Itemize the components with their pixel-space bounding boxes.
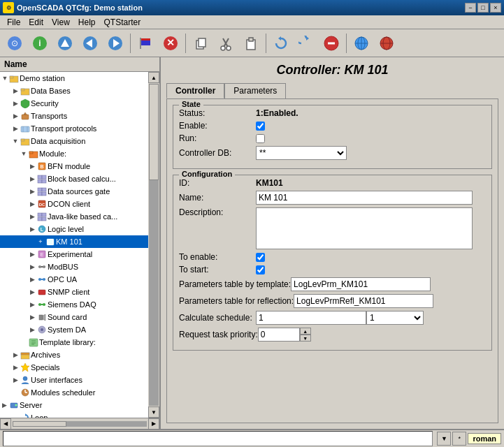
expand-demo-station[interactable]: ▼: [0, 74, 8, 82]
hscroll-right-btn[interactable]: ▶: [148, 418, 159, 430]
hscroll-track[interactable]: [13, 421, 147, 427]
titlebar-buttons[interactable]: − □ ×: [465, 3, 501, 13]
tree-item-demo-station[interactable]: ▼ Demo station: [0, 72, 148, 85]
toolbar-back-btn[interactable]: [78, 31, 102, 55]
tree-item-data-bases[interactable]: ▶ Data Bases: [0, 85, 148, 97]
toolbar-flag-btn[interactable]: [134, 31, 157, 55]
expand-sound-card[interactable]: ▶: [28, 313, 36, 321]
tree-item-specials[interactable]: ▶ Specials: [0, 361, 148, 374]
vscroll-thumb[interactable]: [149, 84, 159, 180]
tabs[interactable]: Controller Parameters: [166, 83, 498, 98]
expand-experimental[interactable]: ▶: [28, 250, 36, 258]
expand-system-da[interactable]: ▶: [28, 325, 36, 334]
toolbar-undo-btn[interactable]: [294, 31, 318, 55]
tree-item-template-library[interactable]: ▶ Template library:: [0, 336, 148, 349]
to-start-checkbox[interactable]: [256, 265, 265, 274]
calc-schedule-dropdown[interactable]: 1: [256, 311, 424, 325]
expand-snmp[interactable]: ▶: [28, 288, 36, 296]
toolbar-globe2-btn[interactable]: [375, 31, 398, 55]
toolbar-stop-btn[interactable]: ✕: [159, 31, 182, 55]
vscroll-track[interactable]: [149, 84, 159, 406]
controller-db-select[interactable]: **: [256, 146, 347, 160]
minimize-button[interactable]: −: [465, 3, 476, 13]
tree-item-data-acquisition[interactable]: ▼ Data acquisition: [0, 135, 148, 147]
expand-opc-ua[interactable]: ▶: [28, 275, 36, 284]
expand-user-interfaces[interactable]: ▶: [11, 376, 20, 384]
toolbar-info-btn[interactable]: i: [28, 31, 52, 55]
expand-data-acquisition[interactable]: ▼: [11, 137, 20, 145]
tree-item-modbus[interactable]: ▶ ModBUS: [0, 261, 148, 273]
expand-data-bases[interactable]: ▶: [11, 87, 20, 95]
tree-hscroll[interactable]: ◀ ▶: [0, 418, 159, 429]
params-reflect-input[interactable]: [294, 294, 433, 308]
maximize-button[interactable]: □: [477, 3, 489, 13]
vscroll-down-btn[interactable]: ▼: [148, 406, 159, 418]
expand-modbus[interactable]: ▶: [28, 263, 36, 271]
calc-schedule-input[interactable]: [256, 311, 366, 325]
tree-item-sound-card[interactable]: ▶ Sound card: [0, 311, 148, 323]
toolbar-copy-btn[interactable]: [189, 31, 213, 55]
expand-transport-protocols[interactable]: ▶: [11, 124, 20, 133]
expand-dcon[interactable]: ▶: [28, 200, 36, 208]
expand-bfn[interactable]: ▶: [28, 162, 36, 170]
toolbar-up-btn[interactable]: [53, 31, 77, 55]
spin-down-btn[interactable]: ▼: [300, 335, 311, 342]
toolbar-forward-btn[interactable]: [103, 31, 127, 55]
vscroll-up-btn[interactable]: ▲: [148, 72, 159, 83]
close-button[interactable]: ×: [490, 3, 501, 13]
toolbar-globe1-btn[interactable]: [350, 31, 373, 55]
tree-item-transports[interactable]: ▶ Transports: [0, 110, 148, 122]
tree-item-archives[interactable]: ▶ Archives: [0, 349, 148, 361]
tree-item-km101[interactable]: + KM 101: [0, 235, 148, 248]
toolbar-refresh-btn[interactable]: [269, 31, 293, 55]
expand-transports[interactable]: ▶: [11, 112, 20, 120]
hscroll-left-btn[interactable]: ◀: [0, 418, 11, 430]
tree-vscroll[interactable]: ▲ ▼: [148, 72, 159, 418]
tree-item-experimental[interactable]: ▶ E Experimental: [0, 248, 148, 261]
status-indicator-2[interactable]: *: [452, 432, 466, 446]
expand-archives[interactable]: ▶: [11, 351, 20, 359]
expand-server[interactable]: ▶: [0, 401, 8, 409]
toolbar-cut-btn[interactable]: [214, 31, 238, 55]
request-priority-input[interactable]: [258, 328, 300, 342]
spinbox-buttons[interactable]: ▲ ▼: [300, 328, 311, 342]
description-textarea[interactable]: [256, 207, 473, 249]
name-input[interactable]: [256, 191, 473, 205]
toolbar-cancel-btn[interactable]: [319, 31, 343, 55]
to-enable-checkbox[interactable]: [256, 253, 265, 262]
status-indicator-1[interactable]: ▼: [437, 432, 451, 446]
tree-item-siemens[interactable]: ▶ Siemens DAQ: [0, 298, 148, 311]
expand-module[interactable]: ▼: [20, 149, 28, 158]
tree-item-security[interactable]: ▶ Security: [0, 97, 148, 110]
params-table-input[interactable]: [291, 277, 431, 291]
expand-java-like[interactable]: ▶: [28, 212, 36, 221]
calc-schedule-select[interactable]: 1: [366, 311, 424, 325]
tree-item-loop[interactable]: ▶ Loop: [0, 411, 148, 418]
menu-edit[interactable]: Edit: [24, 16, 48, 29]
expand-security[interactable]: ▶: [11, 99, 20, 108]
request-priority-spinbox[interactable]: ▲ ▼: [258, 328, 311, 342]
tree-item-block-based[interactable]: ▶ Block based calcu...: [0, 173, 148, 185]
menu-qtstarter[interactable]: QTStarter: [100, 16, 145, 29]
expand-block-based[interactable]: ▶: [28, 175, 36, 183]
tree-item-bfn[interactable]: ▶ B BFN module: [0, 160, 148, 173]
tree-item-module[interactable]: ▼ Module:: [0, 147, 148, 160]
expand-logic-level[interactable]: ▶: [28, 225, 36, 233]
hscroll-thumb[interactable]: [13, 421, 66, 427]
tree-item-modules-scheduler[interactable]: ▶ Modules scheduler: [0, 386, 148, 399]
expand-specials[interactable]: ▶: [11, 363, 20, 372]
toolbar-home-btn[interactable]: ⊙: [3, 31, 27, 55]
tab-parameters[interactable]: Parameters: [224, 83, 286, 98]
tree-item-dcon[interactable]: ▶ DC DCON client: [0, 198, 148, 210]
tree-item-opc-ua[interactable]: ▶ OPC UA: [0, 273, 148, 286]
tree-item-java-like[interactable]: ▶ Java-like based ca...: [0, 210, 148, 223]
menu-view[interactable]: View: [48, 16, 74, 29]
tree-item-transport-protocols[interactable]: ▶ Transport protocols: [0, 122, 148, 135]
tree-item-system-da[interactable]: ▶ System DA: [0, 323, 148, 336]
toolbar-paste-btn[interactable]: [239, 31, 263, 55]
enable-checkbox[interactable]: [256, 122, 265, 131]
tab-controller[interactable]: Controller: [166, 83, 224, 98]
spin-up-btn[interactable]: ▲: [300, 328, 311, 335]
expand-data-sources-gate[interactable]: ▶: [28, 187, 36, 196]
tree-container[interactable]: ▼ Demo station ▶ Data Bases ▶: [0, 72, 148, 418]
